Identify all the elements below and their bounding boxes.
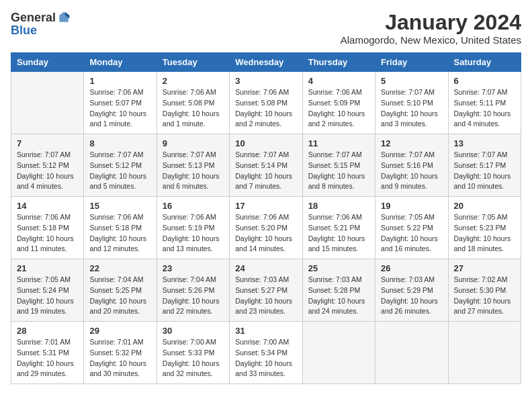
day-cell: 26Sunrise: 7:03 AMSunset: 5:29 PMDayligh… (375, 259, 448, 322)
header: General Blue January 2024 Alamogordo, Ne… (11, 11, 521, 46)
day-cell: 5Sunrise: 7:07 AMSunset: 5:10 PMDaylight… (375, 72, 448, 134)
day-info: Sunrise: 7:04 AMSunset: 5:25 PMDaylight:… (89, 275, 150, 317)
day-cell: 17Sunrise: 7:06 AMSunset: 5:20 PMDayligh… (230, 197, 302, 259)
header-day-sunday: Sunday (11, 53, 84, 72)
week-row-2: 7Sunrise: 7:07 AMSunset: 5:12 PMDaylight… (11, 134, 521, 197)
logo-icon (57, 11, 71, 24)
day-info: Sunrise: 7:00 AMSunset: 5:33 PMDaylight:… (163, 337, 224, 379)
day-number: 24 (235, 263, 296, 273)
day-number: 22 (89, 263, 150, 273)
day-cell: 16Sunrise: 7:06 AMSunset: 5:19 PMDayligh… (157, 197, 229, 259)
day-info: Sunrise: 7:07 AMSunset: 5:14 PMDaylight:… (235, 150, 296, 192)
logo-text-blue: Blue (11, 24, 37, 37)
day-cell: 11Sunrise: 7:07 AMSunset: 5:15 PMDayligh… (302, 134, 375, 197)
day-cell (448, 322, 521, 384)
day-info: Sunrise: 7:06 AMSunset: 5:18 PMDaylight:… (17, 212, 78, 255)
day-info: Sunrise: 7:05 AMSunset: 5:24 PMDaylight:… (17, 275, 78, 317)
day-info: Sunrise: 7:03 AMSunset: 5:29 PMDaylight:… (381, 275, 442, 317)
day-number: 1 (89, 76, 150, 86)
month-title: January 2024 (341, 11, 521, 34)
header-row: SundayMondayTuesdayWednesdayThursdayFrid… (11, 53, 521, 72)
day-info: Sunrise: 7:06 AMSunset: 5:08 PMDaylight:… (235, 87, 296, 130)
day-number: 8 (89, 138, 150, 148)
week-row-3: 14Sunrise: 7:06 AMSunset: 5:18 PMDayligh… (11, 197, 521, 259)
day-number: 14 (17, 201, 78, 211)
day-cell: 9Sunrise: 7:07 AMSunset: 5:13 PMDaylight… (157, 134, 229, 197)
day-number: 9 (163, 138, 224, 148)
day-info: Sunrise: 7:06 AMSunset: 5:20 PMDaylight:… (235, 212, 296, 255)
day-number: 15 (89, 201, 150, 211)
day-number: 3 (235, 76, 296, 86)
day-cell (302, 322, 375, 384)
logo-text-general: General (11, 11, 56, 24)
location-title: Alamogordo, New Mexico, United States (341, 34, 521, 46)
day-cell (11, 72, 84, 134)
day-info: Sunrise: 7:03 AMSunset: 5:28 PMDaylight:… (308, 275, 369, 317)
day-cell: 20Sunrise: 7:05 AMSunset: 5:23 PMDayligh… (448, 197, 521, 259)
day-cell: 19Sunrise: 7:05 AMSunset: 5:22 PMDayligh… (375, 197, 448, 259)
day-cell: 23Sunrise: 7:04 AMSunset: 5:26 PMDayligh… (157, 259, 229, 322)
day-cell: 7Sunrise: 7:07 AMSunset: 5:12 PMDaylight… (11, 134, 84, 197)
day-cell: 30Sunrise: 7:00 AMSunset: 5:33 PMDayligh… (157, 322, 229, 384)
day-cell: 27Sunrise: 7:02 AMSunset: 5:30 PMDayligh… (448, 259, 521, 322)
day-cell: 3Sunrise: 7:06 AMSunset: 5:08 PMDaylight… (230, 72, 302, 134)
day-info: Sunrise: 7:02 AMSunset: 5:30 PMDaylight:… (454, 275, 515, 317)
day-number: 23 (163, 263, 224, 273)
day-cell: 15Sunrise: 7:06 AMSunset: 5:18 PMDayligh… (84, 197, 157, 259)
day-cell: 13Sunrise: 7:07 AMSunset: 5:17 PMDayligh… (448, 134, 521, 197)
day-cell: 1Sunrise: 7:06 AMSunset: 5:07 PMDaylight… (84, 72, 157, 134)
day-info: Sunrise: 7:06 AMSunset: 5:18 PMDaylight:… (89, 212, 150, 255)
day-cell: 6Sunrise: 7:07 AMSunset: 5:11 PMDaylight… (448, 72, 521, 134)
day-info: Sunrise: 7:07 AMSunset: 5:16 PMDaylight:… (381, 150, 442, 192)
day-info: Sunrise: 7:07 AMSunset: 5:11 PMDaylight:… (454, 87, 515, 130)
header-day-wednesday: Wednesday (230, 53, 302, 72)
logo: General Blue (11, 11, 71, 37)
day-number: 13 (454, 138, 515, 148)
day-number: 16 (163, 201, 224, 211)
day-number: 5 (381, 76, 442, 86)
day-number: 18 (308, 201, 369, 211)
header-day-saturday: Saturday (448, 53, 521, 72)
week-row-5: 28Sunrise: 7:01 AMSunset: 5:31 PMDayligh… (11, 322, 521, 384)
day-info: Sunrise: 7:06 AMSunset: 5:19 PMDaylight:… (163, 212, 224, 255)
day-number: 31 (235, 326, 296, 336)
day-info: Sunrise: 7:06 AMSunset: 5:21 PMDaylight:… (308, 212, 369, 255)
day-cell: 2Sunrise: 7:06 AMSunset: 5:08 PMDaylight… (157, 72, 229, 134)
day-info: Sunrise: 7:04 AMSunset: 5:26 PMDaylight:… (163, 275, 224, 317)
day-cell: 4Sunrise: 7:06 AMSunset: 5:09 PMDaylight… (302, 72, 375, 134)
day-info: Sunrise: 7:07 AMSunset: 5:15 PMDaylight:… (308, 150, 369, 192)
day-number: 28 (17, 326, 78, 336)
day-info: Sunrise: 7:07 AMSunset: 5:13 PMDaylight:… (163, 150, 224, 192)
day-cell (375, 322, 448, 384)
week-row-4: 21Sunrise: 7:05 AMSunset: 5:24 PMDayligh… (11, 259, 521, 322)
day-cell: 29Sunrise: 7:01 AMSunset: 5:32 PMDayligh… (84, 322, 157, 384)
header-day-tuesday: Tuesday (157, 53, 229, 72)
day-cell: 14Sunrise: 7:06 AMSunset: 5:18 PMDayligh… (11, 197, 84, 259)
day-cell: 10Sunrise: 7:07 AMSunset: 5:14 PMDayligh… (230, 134, 302, 197)
title-section: January 2024 Alamogordo, New Mexico, Uni… (341, 11, 521, 46)
day-number: 11 (308, 138, 369, 148)
day-info: Sunrise: 7:05 AMSunset: 5:23 PMDaylight:… (454, 212, 515, 255)
day-cell: 21Sunrise: 7:05 AMSunset: 5:24 PMDayligh… (11, 259, 84, 322)
day-info: Sunrise: 7:07 AMSunset: 5:12 PMDaylight:… (89, 150, 150, 192)
day-number: 2 (163, 76, 224, 86)
day-number: 30 (163, 326, 224, 336)
day-number: 20 (454, 201, 515, 211)
day-number: 27 (454, 263, 515, 273)
day-number: 4 (308, 76, 369, 86)
day-info: Sunrise: 7:07 AMSunset: 5:12 PMDaylight:… (17, 150, 78, 192)
day-info: Sunrise: 7:03 AMSunset: 5:27 PMDaylight:… (235, 275, 296, 317)
week-row-1: 1Sunrise: 7:06 AMSunset: 5:07 PMDaylight… (11, 72, 521, 134)
day-number: 10 (235, 138, 296, 148)
day-info: Sunrise: 7:06 AMSunset: 5:07 PMDaylight:… (89, 87, 150, 130)
day-number: 19 (381, 201, 442, 211)
day-info: Sunrise: 7:06 AMSunset: 5:09 PMDaylight:… (308, 87, 369, 130)
day-info: Sunrise: 7:00 AMSunset: 5:34 PMDaylight:… (235, 337, 296, 379)
day-number: 6 (454, 76, 515, 86)
header-day-thursday: Thursday (302, 53, 375, 72)
day-number: 21 (17, 263, 78, 273)
day-cell: 25Sunrise: 7:03 AMSunset: 5:28 PMDayligh… (302, 259, 375, 322)
day-number: 12 (381, 138, 442, 148)
day-info: Sunrise: 7:06 AMSunset: 5:08 PMDaylight:… (163, 87, 224, 130)
day-cell: 31Sunrise: 7:00 AMSunset: 5:34 PMDayligh… (230, 322, 302, 384)
